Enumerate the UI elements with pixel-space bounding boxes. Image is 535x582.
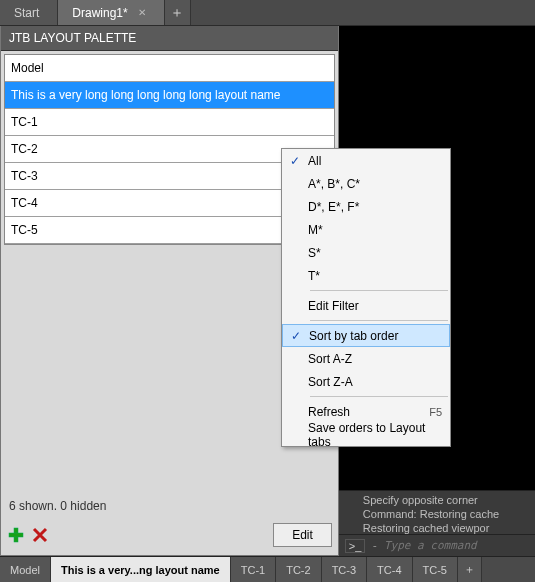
layout-tab-tc4[interactable]: TC-4: [367, 557, 412, 582]
menu-separator: [310, 290, 448, 291]
menu-item-label: D*, E*, F*: [308, 200, 442, 214]
layout-tab-tc5[interactable]: TC-5: [413, 557, 458, 582]
layout-context-menu: ✓AllA*, B*, C*D*, E*, F*M*S*T*Edit Filte…: [281, 148, 451, 447]
command-log: Specify opposite corner Command: Restori…: [339, 490, 535, 534]
checkmark-icon: ✓: [283, 329, 309, 343]
menu-item-all[interactable]: ✓All: [282, 149, 450, 172]
command-log-line: Command: Restoring cache: [363, 507, 531, 521]
menu-item-sort-a-z[interactable]: Sort A-Z: [282, 347, 450, 370]
plus-icon: ＋: [464, 562, 475, 577]
close-icon[interactable]: ✕: [138, 7, 146, 18]
palette-title: JTB LAYOUT PALETTE: [1, 26, 338, 51]
menu-item-sort-z-a[interactable]: Sort Z-A: [282, 370, 450, 393]
command-log-line: Specify opposite corner: [363, 493, 531, 507]
menu-item-label: M*: [308, 223, 442, 237]
menu-item-a-b-c[interactable]: A*, B*, C*: [282, 172, 450, 195]
menu-item-label: Save orders to Layout tabs: [308, 421, 442, 449]
command-input[interactable]: [384, 539, 531, 552]
add-layout-tab-button[interactable]: ＋: [458, 557, 482, 582]
new-doc-tab-button[interactable]: ＋: [165, 0, 191, 25]
menu-item-m[interactable]: M*: [282, 218, 450, 241]
doc-tab-drawing1[interactable]: Drawing1* ✕: [58, 0, 164, 25]
layout-tab-tc3[interactable]: TC-3: [322, 557, 367, 582]
doc-tab-start[interactable]: Start: [0, 0, 58, 25]
menu-item-d-e-f[interactable]: D*, E*, F*: [282, 195, 450, 218]
workzone: JTB LAYOUT PALETTE Model This is a very …: [0, 26, 535, 556]
menu-item-label: T*: [308, 269, 442, 283]
layout-tab-tc1[interactable]: TC-1: [231, 557, 276, 582]
menu-item-label: Refresh: [308, 405, 429, 419]
svg-rect-1: [9, 533, 23, 537]
command-prompt-icon: >_: [345, 539, 366, 553]
menu-item-sort-by-tab-order[interactable]: ✓Sort by tab order: [282, 324, 450, 347]
document-tabs: Start Drawing1* ✕ ＋: [0, 0, 535, 26]
layout-tab-bar: Model This is a very...ng layout name TC…: [0, 556, 535, 582]
plus-icon: ＋: [170, 4, 184, 22]
doc-tab-label: Start: [14, 6, 39, 20]
layout-tab-longname[interactable]: This is a very...ng layout name: [51, 557, 231, 582]
delete-layout-button[interactable]: [31, 526, 49, 544]
menu-item-save-orders-to-layout-tabs[interactable]: Save orders to Layout tabs: [282, 423, 450, 446]
menu-item-accelerator: F5: [429, 406, 442, 418]
menu-item-edit-filter[interactable]: Edit Filter: [282, 294, 450, 317]
menu-item-t[interactable]: T*: [282, 264, 450, 287]
checkmark-icon: ✓: [282, 154, 308, 168]
command-prefix: -: [371, 539, 378, 552]
menu-separator: [310, 396, 448, 397]
palette-status: 6 shown. 0 hidden: [1, 493, 338, 519]
layout-row-tc1[interactable]: TC-1: [5, 109, 334, 136]
layout-tab-tc2[interactable]: TC-2: [276, 557, 321, 582]
menu-item-label: S*: [308, 246, 442, 260]
palette-actions: Edit: [1, 519, 338, 555]
menu-item-label: Sort A-Z: [308, 352, 442, 366]
menu-item-label: Sort Z-A: [308, 375, 442, 389]
x-delete-icon: [32, 527, 48, 543]
add-layout-button[interactable]: [7, 526, 25, 544]
menu-item-label: Edit Filter: [308, 299, 442, 313]
menu-separator: [310, 320, 448, 321]
menu-item-s[interactable]: S*: [282, 241, 450, 264]
menu-item-label: A*, B*, C*: [308, 177, 442, 191]
command-log-line: Restoring cached viewpor: [363, 521, 531, 534]
edit-button[interactable]: Edit: [273, 523, 332, 547]
layout-tab-model[interactable]: Model: [0, 557, 51, 582]
command-input-row: >_ -: [339, 534, 535, 556]
doc-tab-label: Drawing1*: [72, 6, 127, 20]
menu-item-label: All: [308, 154, 442, 168]
layout-row-model[interactable]: Model: [5, 55, 334, 82]
menu-item-label: Sort by tab order: [309, 329, 441, 343]
plus-icon: [8, 527, 24, 543]
layout-row-longname[interactable]: This is a very long long long long long …: [5, 82, 334, 109]
